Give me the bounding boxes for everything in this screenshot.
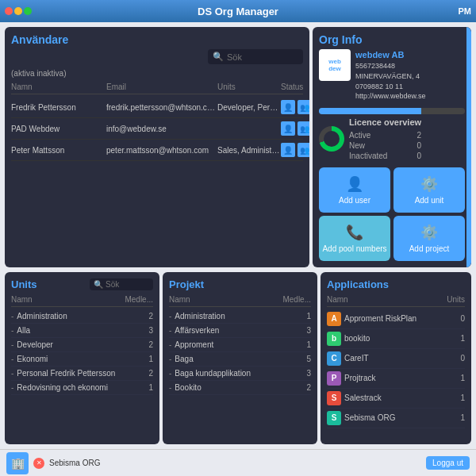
app-icon-salestrack: S: [327, 391, 341, 405]
app-name: CareIT: [344, 354, 449, 363]
add-unit-button[interactable]: ⚙️ Add unit: [393, 167, 465, 213]
table-row: Peter Mattsson peter.mattsson@whtson.com…: [11, 140, 303, 161]
row3-units: Sales, Administratio...: [217, 146, 281, 155]
list-item: A Approment RiskPlan 0: [327, 309, 465, 329]
users-table-header: Namn Email Units Status Senast ...: [11, 83, 303, 94]
dash: -: [11, 326, 13, 335]
projekt-count: 1: [298, 340, 311, 349]
licence-row-active: Active 2: [349, 130, 421, 140]
dock-app-name: Sebisma ORG: [49, 459, 100, 467]
users-search-input[interactable]: [227, 52, 298, 62]
projekt-count: 1: [298, 312, 311, 321]
app-count: 1: [452, 334, 465, 343]
add-pool-label: Add pool numbers: [322, 244, 386, 253]
col-units: Units: [217, 83, 281, 91]
maximize-button[interactable]: [24, 7, 32, 15]
table-row: Fredrik Pettersson fredrik.pettersson@wh…: [11, 97, 303, 118]
blue-strip: [466, 27, 471, 267]
donut-container: Licence overview Active 2 New 0 Inactiva…: [319, 117, 465, 161]
main-content: Användare 🔍 (aktiva inaktiva) Namn Email…: [0, 22, 476, 476]
units-table-header: Namn Medle...: [11, 295, 153, 307]
donut-chart: [319, 126, 344, 152]
app-icon-bookito: b: [327, 332, 341, 346]
add-user-icon: 👤: [346, 175, 363, 193]
licence-section: Licence overview Active 2 New 0 Inactiva…: [319, 108, 465, 161]
units-search-bar[interactable]: 🔍: [90, 278, 153, 290]
group-icon: 👥: [298, 121, 309, 136]
app-title: DS Org Manager: [198, 6, 278, 17]
list-item: P Projtrack 1: [327, 369, 465, 389]
list-item: - Developer 2: [11, 338, 153, 352]
row2-email: info@webdew.se: [106, 125, 217, 133]
unit-count: 1: [140, 355, 153, 363]
col-status: Status: [281, 83, 309, 91]
add-pool-numbers-button[interactable]: 📞 Add pool numbers: [319, 216, 390, 261]
unit-name: Developer: [17, 340, 137, 349]
app-name: bookito: [344, 334, 449, 343]
bottom-section: Units 🔍 Namn Medle... - Administration 2…: [0, 272, 476, 450]
row1-name: Fredrik Pettersson: [11, 103, 106, 112]
app-count: 0: [452, 354, 465, 363]
add-user-button[interactable]: 👤 Add user: [319, 167, 390, 213]
row2-status: 👤 👥 🔒: [281, 121, 309, 136]
units-panel-title: Units: [11, 278, 37, 290]
licence-active-label: Active: [349, 131, 370, 140]
dash: -: [11, 355, 13, 363]
users-panel: Användare 🔍 (aktiva inaktiva) Namn Email…: [5, 27, 309, 267]
app-col-units: Units: [447, 295, 465, 304]
unit-name: Personal Fredrik Pettersson: [17, 369, 137, 378]
org-panel-title: Org Info: [319, 33, 465, 46]
unit-count: 2: [140, 312, 153, 321]
app-name: Projtrack: [344, 374, 449, 382]
list-item: S Sebisma ORG 1: [327, 409, 465, 428]
projekt-name: Bookito: [175, 383, 295, 392]
user-icon: 👤: [281, 100, 295, 114]
users-panel-subtitle: (aktiva inaktiva): [11, 69, 303, 78]
projekt-count: 3: [298, 326, 311, 335]
org-number: 5567238448: [355, 61, 426, 71]
logout-button[interactable]: Logga ut: [426, 456, 470, 470]
projekt-panel: Projekt Namn Medle... - Administration 1…: [163, 272, 317, 445]
units-search-icon: 🔍: [94, 280, 103, 289]
list-item: - Bookito 2: [169, 381, 311, 395]
unit-name: Ekonomi: [17, 355, 137, 363]
row1-status: 👤 👥 🔒: [281, 100, 309, 114]
projekt-panel-title: Projekt: [169, 278, 204, 290]
add-project-icon: ⚙️: [420, 224, 438, 241]
bottom-bar-right: Logga ut: [426, 456, 470, 470]
minimize-button[interactable]: [14, 7, 22, 15]
add-project-button[interactable]: ⚙️ Add project: [393, 216, 465, 261]
app-name: Approment RiskPlan: [344, 314, 449, 323]
close-button[interactable]: [5, 7, 13, 15]
unit-count: 3: [140, 326, 153, 335]
dock-close-button[interactable]: ✕: [33, 458, 44, 469]
projekt-name: Affärsverken: [175, 326, 295, 335]
units-search-input[interactable]: [106, 280, 149, 289]
row3-status: 👤 👥 🔒: [281, 143, 309, 157]
app-icon-sebisma: S: [327, 411, 341, 425]
row3-name: Peter Mattsson: [11, 146, 106, 155]
units-panel: Units 🔍 Namn Medle... - Administration 2…: [5, 272, 159, 445]
applications-panel-header: Applications: [327, 278, 465, 290]
licence-bar-fill: [319, 108, 421, 114]
projekt-table-header: Namn Medle...: [169, 295, 311, 307]
licence-active-value: 2: [417, 131, 422, 140]
units-panel-header: Units 🔍: [11, 278, 153, 290]
app-icon-projtrack: P: [327, 371, 341, 386]
licence-inactivated-value: 0: [417, 152, 422, 160]
row3-email: peter.mattsson@whtson.com: [106, 146, 217, 155]
projekt-count: 5: [298, 355, 311, 363]
unit-count: 1: [140, 383, 153, 392]
projekt-count: 3: [298, 369, 311, 378]
dock-app-icon[interactable]: 🏢: [6, 452, 29, 474]
add-unit-label: Add unit: [415, 196, 444, 205]
list-item: - Ekonomi 1: [11, 352, 153, 367]
users-search-bar[interactable]: 🔍: [208, 49, 303, 64]
licence-bar: [319, 108, 465, 114]
dash: -: [169, 312, 171, 321]
dash: -: [11, 312, 13, 321]
licence-new-label: New: [349, 141, 365, 150]
applications-panel-title: Applications: [327, 278, 389, 290]
org-address: MINERVAVÄGEN, 4: [355, 71, 426, 82]
projekt-col-name: Namn: [169, 295, 190, 304]
